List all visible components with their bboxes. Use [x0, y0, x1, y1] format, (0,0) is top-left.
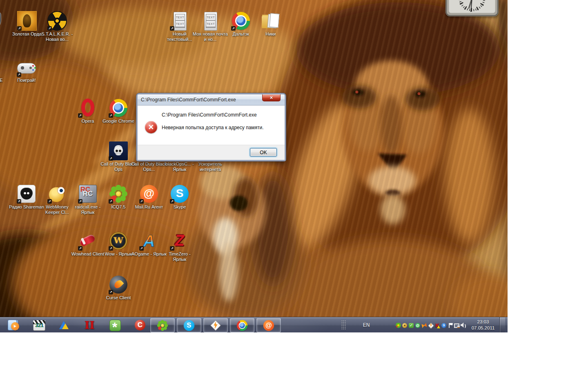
wowhead-client-icon: [78, 231, 98, 251]
google-chrome-icon: [236, 319, 248, 331]
shortcut-arrow-overlay: [78, 113, 82, 118]
taskbar-pinned-delta-triangle-app[interactable]: [51, 317, 77, 332]
icon-label: Google Chrome: [100, 119, 136, 124]
desktop-icon-skype[interactable]: Skype: [162, 184, 198, 210]
media-player-classic-icon: [33, 319, 45, 331]
shortcut-arrow-overlay: [17, 199, 21, 204]
desktop[interactable]: on gin...Золотая ОрдаS.T.A.L.K.E.R. - Но…: [0, 0, 508, 332]
tray-icq-icon[interactable]: [395, 322, 401, 328]
dialog-titlebar[interactable]: C:\Program Files\CommFort\CommFort.exe: [138, 94, 285, 105]
desktop-icon-timezero[interactable]: TimeZero - Ярлык: [162, 231, 198, 262]
screen: on gin...Золотая ОрдаS.T.A.L.K.E.R. - Но…: [0, 0, 588, 368]
icon-label: Поиграй!: [9, 78, 45, 83]
aogame-icon: [139, 231, 159, 251]
lion-wallpaper: [0, 0, 508, 332]
close-button[interactable]: [262, 94, 281, 101]
taskbar-pinned-red-two-game[interactable]: [77, 317, 102, 332]
taskbar: EN 23:03 07.05.2011: [0, 317, 508, 332]
desktop-icon-google-chrome[interactable]: Google Chrome: [100, 98, 136, 124]
shortcut-arrow-overlay: [139, 246, 144, 251]
clock-date: 07.05.2011: [470, 325, 497, 331]
new-text-file-icon: [170, 11, 189, 31]
opera-icon: [78, 98, 98, 118]
taskbar-button-icq[interactable]: [150, 318, 175, 332]
close-icon: [263, 94, 280, 101]
taskbar-pinned-media-player[interactable]: [1, 317, 26, 332]
mailru-agent-icon: [139, 184, 159, 204]
stalker-icon: [47, 11, 67, 31]
dialog-message-path: C:\Program Files\CommFort\CommFort.exe: [162, 112, 281, 118]
ok-button[interactable]: OK: [250, 148, 277, 157]
dialog-footer: OK: [138, 145, 285, 160]
webmoney-keeper-icon: [47, 184, 67, 204]
shortcut-arrow-overlay: [109, 199, 113, 204]
tray-icons: [395, 322, 466, 328]
error-dialog: C:\Program Files\CommFort\CommFort.exe C…: [136, 93, 286, 161]
shortcut-arrow-overlay: [109, 246, 113, 251]
winamp-icon: [210, 319, 222, 331]
desktop-icon-poigray[interactable]: Поиграй!: [9, 57, 45, 83]
shortcut-arrow-overlay: [78, 246, 82, 251]
curse-client-icon: [109, 275, 128, 294]
shortcut-arrow-overlay: [170, 199, 174, 204]
zolotaya-orda-icon: [17, 11, 37, 31]
tray-kaspersky-icon[interactable]: [434, 322, 440, 328]
desktop-icon-curse-client[interactable]: Curse Client: [100, 275, 136, 301]
shortcut-arrow-overlay: [170, 246, 174, 251]
tray-mailru-agent-icon[interactable]: [415, 322, 421, 328]
tray-volume-icon[interactable]: [461, 322, 466, 328]
tray-winamp-icon[interactable]: [428, 322, 434, 328]
taskbar-button-google-chrome[interactable]: [230, 318, 254, 332]
taskbar-running-buttons: [150, 318, 281, 332]
icq75-icon: [109, 184, 128, 204]
icon-label: S.T.A.L.K.E.R. - Новая во...: [39, 31, 75, 42]
desktop-icon-stalker[interactable]: S.T.A.L.K.E.R. - Новая во...: [39, 11, 75, 42]
tray-qip-butterfly-icon[interactable]: [421, 322, 427, 328]
media-player-icon: [7, 319, 20, 331]
aion-login-partial-icon: [0, 10, 5, 30]
error-icon: [145, 121, 157, 133]
taskbar-grip[interactable]: [341, 320, 346, 330]
taskbar-button-winamp[interactable]: [203, 318, 228, 332]
language-indicator[interactable]: EN: [361, 322, 372, 328]
shortcut-arrow-overlay: [109, 290, 113, 294]
tray-green-check-app-icon[interactable]: [408, 322, 414, 328]
shortcut-arrow-overlay: [170, 26, 174, 31]
google-chrome-icon: [109, 98, 128, 118]
shortcut-arrow-overlay: [231, 26, 236, 31]
taskbar-button-mailru-agent[interactable]: [256, 318, 281, 332]
clock-time: 23:03: [470, 319, 497, 325]
dialog-message-text: Неверная попытка доступа к адресу памяти…: [162, 125, 281, 130]
tray-action-center-flag-icon[interactable]: [448, 322, 453, 328]
raidcall-icon: [78, 184, 98, 204]
my-new-mail-icon: [200, 11, 220, 31]
shortcut-arrow-overlay: [109, 113, 113, 118]
taskbar-button-skype[interactable]: [177, 318, 201, 332]
system-tray: EN 23:03 07.05.2011: [341, 317, 505, 332]
shortcut-arrow-overlay: [109, 156, 113, 161]
taskbar-pinned-media-player-classic[interactable]: [26, 317, 51, 332]
poigray-icon: [17, 57, 36, 77]
desktop-icon-niki-folder[interactable]: Ники: [253, 11, 289, 37]
icq-icon: [157, 319, 169, 331]
icon-label: Ники: [253, 31, 289, 37]
shortcut-arrow-overlay: [139, 199, 144, 204]
tray-download-master-icon[interactable]: [441, 322, 447, 328]
tray-webmoney-icon[interactable]: [402, 322, 408, 328]
icon-label: Curse Client: [100, 295, 136, 301]
taskbar-pinned-ccleaner[interactable]: [127, 317, 153, 332]
show-desktop-button[interactable]: [499, 317, 505, 332]
skype-icon: [170, 184, 189, 204]
delta-triangle-app-icon: [58, 319, 70, 331]
tray-network-icon[interactable]: [454, 322, 460, 328]
taskbar-clock[interactable]: 23:03 07.05.2011: [470, 319, 497, 331]
icon-label: Ускоритель интернета: [192, 162, 228, 172]
ccleaner-icon: [134, 319, 146, 331]
shortcut-arrow-overlay: [47, 26, 52, 31]
analog-clock-gadget[interactable]: [445, 0, 499, 19]
red-two-game-icon: [83, 319, 96, 331]
dialog-title: C:\Program Files\CommFort\CommFort.exe: [141, 97, 236, 103]
icon-label: TimeZero - Ярлык: [162, 251, 198, 262]
taskbar-pinned-green-asterisk-app[interactable]: [102, 317, 127, 332]
shortcut-arrow-overlay: [78, 199, 82, 204]
